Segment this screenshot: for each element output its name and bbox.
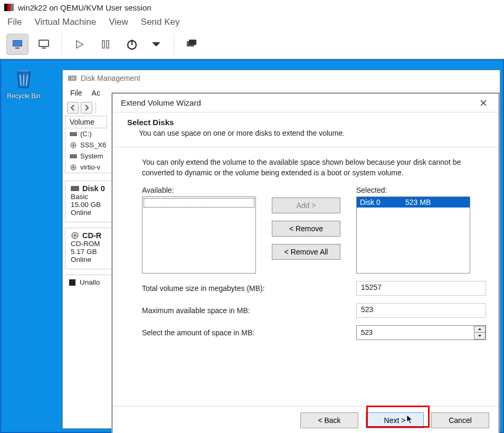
- selected-disk-item[interactable]: Disk 0 523 MB: [357, 197, 470, 208]
- virt-manager-titlebar: win2k22 on QEMU/KVM User session: [0, 0, 504, 15]
- selected-disk-size: 523 MB: [405, 198, 431, 206]
- disk-management-icon: [68, 74, 77, 82]
- menu-file[interactable]: File: [7, 17, 22, 27]
- svg-rect-16: [70, 155, 77, 158]
- svg-rect-10: [189, 40, 196, 45]
- close-icon: [480, 99, 487, 107]
- wizard-close-button[interactable]: [476, 97, 491, 109]
- svg-point-12: [70, 78, 71, 79]
- menu-view[interactable]: View: [109, 17, 128, 27]
- available-focus-row: [144, 198, 254, 208]
- amount-spin-down[interactable]: [474, 333, 486, 340]
- svg-rect-2: [15, 48, 20, 49]
- toolbar-fullscreen-button[interactable]: [180, 34, 203, 55]
- amount-row: Select the amount of space in MB:: [142, 325, 486, 340]
- available-column: Available:: [142, 186, 256, 274]
- wizard-info-text: You can only extend the volume to the av…: [142, 157, 480, 178]
- max-space-row: Maximum available space in MB: 523: [142, 303, 486, 318]
- svg-point-21: [74, 235, 76, 237]
- disk-selection-area: Available: Add > < Remove < Remove All S…: [142, 186, 486, 274]
- remove-button[interactable]: < Remove: [272, 221, 340, 237]
- toolbar-pause-button[interactable]: [94, 34, 117, 55]
- selected-disk-name: Disk 0: [360, 198, 405, 206]
- total-size-label: Total volume size in megabytes (MB):: [142, 284, 356, 293]
- toolbar-run-button[interactable]: [68, 34, 90, 55]
- svg-rect-6: [107, 41, 109, 48]
- amount-spin-buttons: [474, 326, 486, 340]
- legend-label: Unallo: [80, 278, 100, 286]
- dm-menu-file[interactable]: File: [70, 89, 82, 97]
- selected-disks-listbox[interactable]: Disk 0 523 MB: [356, 196, 470, 274]
- volume-column-header[interactable]: Volume: [65, 116, 107, 128]
- toolbar-separator: [174, 34, 174, 55]
- cdrom-title: CD-R: [82, 231, 101, 240]
- back-button[interactable]: < Back: [300, 412, 358, 428]
- wizard-title: Extend Volume Wizard: [121, 98, 201, 107]
- svg-point-18: [73, 166, 74, 168]
- amount-label: Select the amount of space in MB:: [142, 328, 356, 337]
- menu-virtual-machine[interactable]: Virtual Machine: [34, 17, 96, 27]
- recycle-bin-label: Recycle Bin: [1, 92, 46, 100]
- toolbar-console-button[interactable]: [6, 34, 28, 55]
- volume-row-label: (C:): [80, 130, 92, 138]
- nav-forward-button[interactable]: [81, 102, 92, 114]
- svg-rect-5: [102, 41, 104, 48]
- wizard-body: You can only extend the volume to the av…: [112, 147, 499, 345]
- disk0-title: Disk 0: [82, 184, 105, 193]
- nav-back-button[interactable]: [67, 102, 79, 114]
- wizard-subheading: You can use space on one or more disks t…: [127, 129, 484, 137]
- wizard-heading: Select Disks: [127, 118, 484, 127]
- virt-manager-toolbar: [0, 30, 504, 59]
- svg-rect-1: [13, 41, 22, 46]
- svg-point-15: [73, 144, 74, 146]
- wizard-footer: < Back Next > Cancel: [112, 406, 499, 433]
- disk-management-titlebar: Disk Management: [63, 70, 500, 86]
- extend-volume-wizard-dialog: Extend Volume Wizard Select Disks You ca…: [112, 93, 499, 433]
- toolbar-power-menu-caret[interactable]: [145, 34, 167, 55]
- available-disks-listbox[interactable]: [142, 196, 256, 274]
- amount-spinbox[interactable]: [356, 325, 486, 340]
- virt-manager-title: win2k22 on QEMU/KVM User session: [18, 3, 151, 12]
- total-size-row: Total volume size in megabytes (MB): 152…: [142, 281, 486, 296]
- wizard-header: Select Disks You can use space on one or…: [112, 112, 499, 147]
- recycle-bin-desktop-icon[interactable]: Recycle Bin: [1, 65, 46, 100]
- svg-rect-13: [70, 133, 77, 136]
- svg-rect-4: [42, 48, 46, 49]
- volume-row-label: System: [80, 152, 103, 160]
- volume-row-label: virtio-v: [80, 163, 100, 171]
- selected-label: Selected:: [356, 186, 470, 194]
- disk-management-title: Disk Management: [81, 74, 140, 82]
- add-button[interactable]: Add >: [272, 197, 340, 213]
- toolbar-details-button[interactable]: [33, 34, 55, 55]
- remove-all-button[interactable]: < Remove All: [272, 244, 340, 260]
- legend-swatch-icon: [69, 279, 75, 286]
- next-button[interactable]: Next >: [366, 412, 424, 428]
- toolbar-separator: [61, 34, 62, 55]
- max-space-label: Maximum available space in MB:: [142, 306, 356, 315]
- guest-display: Recycle Bin Disk Management File Ac Volu…: [0, 59, 504, 433]
- cancel-button[interactable]: Cancel: [431, 412, 489, 428]
- wizard-titlebar: Extend Volume Wizard: [112, 93, 499, 112]
- transfer-buttons: Add > < Remove < Remove All: [272, 197, 340, 274]
- svg-rect-19: [71, 186, 79, 191]
- max-space-value: 523: [356, 303, 486, 318]
- volume-row-label: SSS_X6: [80, 141, 106, 149]
- amount-spin-up[interactable]: [474, 326, 486, 333]
- dm-menu-action[interactable]: Ac: [92, 89, 100, 97]
- virt-manager-logo-icon: [4, 4, 14, 11]
- available-label: Available:: [142, 186, 256, 194]
- virt-manager-menubar: File Virtual Machine View Send Key: [0, 15, 504, 30]
- total-size-value: 15257: [356, 281, 486, 296]
- selected-column: Selected: Disk 0 523 MB: [356, 186, 470, 274]
- nav-separator: [96, 102, 96, 114]
- toolbar-power-button[interactable]: [121, 34, 143, 55]
- svg-rect-3: [39, 40, 49, 46]
- menu-send-key[interactable]: Send Key: [141, 17, 180, 27]
